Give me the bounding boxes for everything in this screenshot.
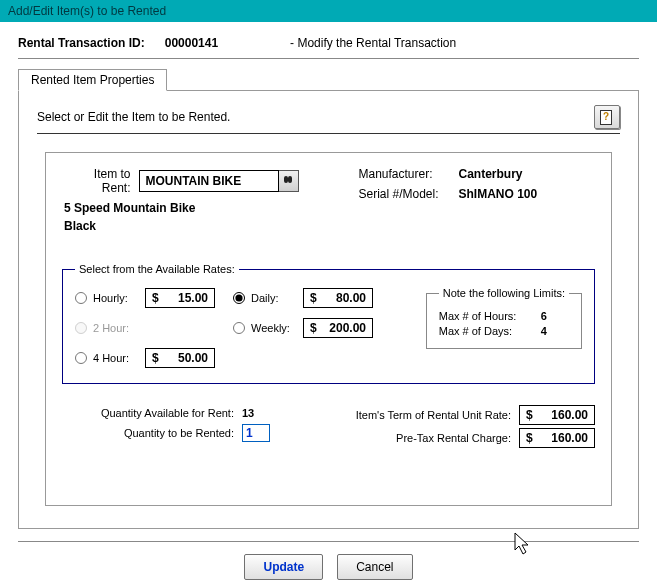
currency-symbol: $ [526, 408, 533, 422]
qty-to-rent-label: Quantity to be Rented: [64, 427, 234, 439]
instruction-row: Select or Edit the Item to be Rented. [37, 105, 620, 129]
manufacturer-value: Canterbury [459, 167, 523, 181]
transaction-id-value: 00000141 [165, 36, 218, 50]
divider [18, 541, 639, 542]
rates-col-1: Hourly: $ 15.00 2 Hour: 4 Ho [75, 287, 215, 369]
rate-two-hour: 2 Hour: [75, 317, 215, 339]
currency-symbol: $ [152, 351, 159, 365]
pretax-amount: 160.00 [551, 431, 588, 445]
rate-four-hour-radio[interactable] [75, 352, 87, 364]
window-title: Add/Edit Item(s) to be Rented [8, 4, 166, 18]
qty-available-value: 13 [242, 407, 254, 419]
qty-available-label: Quantity Available for Rent: [64, 407, 234, 419]
cancel-button[interactable]: Cancel [337, 554, 412, 580]
rate-weekly: Weekly: $ 200.00 [233, 317, 373, 339]
pretax-label: Pre-Tax Rental Charge: [396, 432, 511, 444]
window-titlebar: Add/Edit Item(s) to be Rented [0, 0, 657, 22]
limits-col: Note the following Limits: Max # of Hour… [426, 287, 582, 369]
tab-strip: Rented Item Properties [18, 69, 639, 91]
unit-rate-amount: 160.00 [551, 408, 588, 422]
limit-days-value: 4 [541, 325, 547, 337]
pretax-box: $ 160.00 [519, 428, 595, 448]
item-to-rent-input[interactable] [139, 170, 279, 192]
quantity-charges-grid: Quantity Available for Rent: 13 Quantity… [62, 402, 595, 451]
qty-to-rent-input[interactable] [242, 424, 270, 442]
rate-hourly-radio[interactable] [75, 292, 87, 304]
rate-two-hour-label: 2 Hour: [93, 322, 139, 334]
item-description: 5 Speed Mountain Bike [64, 201, 299, 215]
rate-hourly-amount: 15.00 [178, 291, 208, 305]
rate-four-hour: 4 Hour: $ 50.00 [75, 347, 215, 369]
quantity-col: Quantity Available for Rent: 13 Quantity… [62, 402, 314, 451]
instruction-text: Select or Edit the Item to be Rented. [37, 110, 230, 124]
item-top: Item to Rent: 5 Speed Mountain Bike Blac… [62, 167, 595, 235]
unit-rate-box: $ 160.00 [519, 405, 595, 425]
rate-weekly-label: Weekly: [251, 322, 297, 334]
charges-col: Item's Term of Rental Unit Rate: $ 160.0… [344, 402, 596, 451]
rates-fieldset: Select from the Available Rates: Hourly:… [62, 263, 595, 384]
help-button[interactable] [594, 105, 620, 129]
currency-symbol: $ [310, 321, 317, 335]
item-lookup-button[interactable] [279, 170, 299, 192]
rates-col-2: Daily: $ 80.00 Weekly: $ 200.00 [233, 287, 373, 369]
limits-fieldset: Note the following Limits: Max # of Hour… [426, 287, 582, 349]
rate-weekly-price: $ 200.00 [303, 318, 373, 338]
binoculars-icon [282, 175, 294, 187]
limit-hours-label: Max # of Hours: [439, 310, 531, 322]
item-to-rent-label: Item to Rent: [62, 167, 131, 195]
rate-four-hour-amount: 50.00 [178, 351, 208, 365]
pretax-row: Pre-Tax Rental Charge: $ 160.00 [344, 428, 596, 448]
window-body: Rental Transaction ID: 00000141 - Modify… [0, 22, 657, 587]
manufacturer-row: Manufacturer: Canterbury [359, 167, 596, 181]
rate-four-hour-label: 4 Hour: [93, 352, 139, 364]
divider [18, 58, 639, 59]
item-color: Black [64, 219, 299, 233]
rate-hourly-label: Hourly: [93, 292, 139, 304]
button-row: Update Cancel [18, 550, 639, 584]
item-block: Item to Rent: 5 Speed Mountain Bike Blac… [45, 152, 612, 506]
qty-to-rent-row: Quantity to be Rented: [64, 424, 312, 442]
divider [37, 133, 620, 134]
rate-two-hour-radio [75, 322, 87, 334]
item-to-rent-row: Item to Rent: [62, 167, 299, 195]
transaction-mode: - Modify the Rental Transaction [290, 36, 456, 50]
rates-grid: Hourly: $ 15.00 2 Hour: 4 Ho [75, 287, 582, 369]
rate-weekly-radio[interactable] [233, 322, 245, 334]
currency-symbol: $ [526, 431, 533, 445]
rate-daily-radio[interactable] [233, 292, 245, 304]
rate-weekly-amount: 200.00 [329, 321, 366, 335]
item-right: Manufacturer: Canterbury Serial #/Model:… [359, 167, 596, 235]
tab-panel: Select or Edit the Item to be Rented. It… [18, 90, 639, 529]
help-icon [600, 108, 614, 126]
rate-daily-price: $ 80.00 [303, 288, 373, 308]
rates-legend: Select from the Available Rates: [75, 263, 239, 275]
item-input-group [139, 170, 299, 192]
limits-legend: Note the following Limits: [439, 287, 569, 299]
currency-symbol: $ [310, 291, 317, 305]
tab-rented-item-properties[interactable]: Rented Item Properties [18, 69, 167, 91]
limit-days-label: Max # of Days: [439, 325, 531, 337]
transaction-id-label: Rental Transaction ID: [18, 36, 145, 50]
manufacturer-label: Manufacturer: [359, 167, 451, 181]
limit-hours-row: Max # of Hours: 6 [439, 310, 569, 322]
item-left: Item to Rent: 5 Speed Mountain Bike Blac… [62, 167, 299, 235]
serial-label: Serial #/Model: [359, 187, 451, 201]
update-button[interactable]: Update [244, 554, 323, 580]
currency-symbol: $ [152, 291, 159, 305]
serial-row: Serial #/Model: ShIMANO 100 [359, 187, 596, 201]
rate-four-hour-price: $ 50.00 [145, 348, 215, 368]
qty-available-row: Quantity Available for Rent: 13 [64, 407, 312, 419]
rate-daily-label: Daily: [251, 292, 297, 304]
serial-value: ShIMANO 100 [459, 187, 538, 201]
rate-hourly-price: $ 15.00 [145, 288, 215, 308]
limit-days-row: Max # of Days: 4 [439, 325, 569, 337]
unit-rate-label: Item's Term of Rental Unit Rate: [356, 409, 511, 421]
rate-daily: Daily: $ 80.00 [233, 287, 373, 309]
unit-rate-row: Item's Term of Rental Unit Rate: $ 160.0… [344, 405, 596, 425]
rate-hourly: Hourly: $ 15.00 [75, 287, 215, 309]
rate-daily-amount: 80.00 [336, 291, 366, 305]
limit-hours-value: 6 [541, 310, 547, 322]
header-row: Rental Transaction ID: 00000141 - Modify… [18, 36, 639, 50]
